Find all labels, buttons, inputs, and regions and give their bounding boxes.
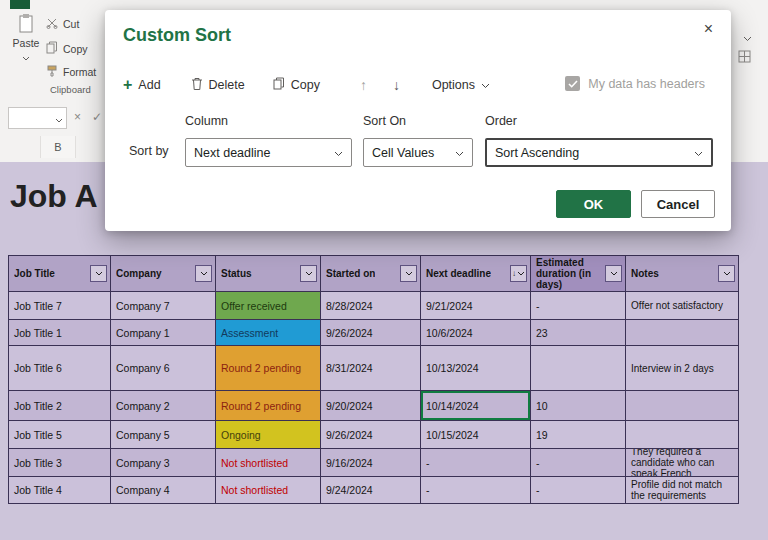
table-row: Job Title 1Company 1Assessment9/26/20241… [9, 320, 739, 346]
move-down-button[interactable]: ↓ [393, 77, 400, 93]
filter-dropdown-icon[interactable] [90, 265, 107, 282]
table-cell[interactable]: Job Title 3 [9, 449, 111, 477]
copy-ribbon-button[interactable]: Copy [46, 41, 88, 56]
table-cell[interactable]: 9/16/2024 [321, 449, 421, 477]
table-cell[interactable]: Round 2 pending [216, 346, 321, 391]
filter-sorted-icon[interactable]: ↓ [510, 265, 527, 282]
chevron-down-icon [481, 78, 490, 92]
cancel-formula-icon[interactable]: × [74, 108, 81, 126]
table-cell[interactable]: Company 2 [111, 391, 216, 421]
table-cell[interactable]: Profile did not match the requirements [626, 477, 739, 504]
format-painter-button[interactable]: Format [46, 65, 96, 79]
sheet-title: Job A [10, 178, 98, 215]
table-cell[interactable]: 19 [531, 421, 626, 449]
move-up-button[interactable]: ↑ [360, 77, 367, 93]
table-cell[interactable]: 8/31/2024 [321, 346, 421, 391]
column-dropdown[interactable]: Next deadline [185, 138, 352, 167]
table-cell[interactable]: Job Title 6 [9, 346, 111, 391]
table-cell[interactable]: Company 6 [111, 346, 216, 391]
table-cell[interactable] [626, 421, 739, 449]
table-cell[interactable]: Job Title 1 [9, 320, 111, 346]
copy-icon [273, 77, 285, 93]
sort-on-dropdown-value: Cell Values [372, 146, 434, 160]
cancel-button[interactable]: Cancel [641, 190, 715, 218]
column-header: Started on [321, 256, 421, 292]
borders-icon[interactable] [734, 46, 754, 66]
delete-level-button[interactable]: Delete [191, 77, 245, 93]
table-cell[interactable]: Offer received [216, 292, 321, 320]
table-cell[interactable]: 9/21/2024 [421, 292, 531, 320]
order-dropdown[interactable]: Sort Ascending [485, 138, 713, 167]
column-header-label: Status [221, 268, 252, 279]
add-level-button[interactable]: + Add [123, 78, 161, 92]
table-cell[interactable]: Job Title 4 [9, 477, 111, 504]
cut-button[interactable]: Cut [46, 17, 79, 31]
table-cell[interactable]: 10/14/2024 [421, 391, 531, 421]
table-cell[interactable]: Ongoing [216, 421, 321, 449]
format-painter-icon [46, 65, 58, 79]
filter-dropdown-icon[interactable] [605, 265, 622, 282]
table-row: Job Title 3Company 3Not shortlisted9/16/… [9, 449, 739, 477]
table-cell[interactable]: - [531, 449, 626, 477]
close-icon[interactable]: × [698, 18, 719, 40]
table-cell[interactable]: Job Title 7 [9, 292, 111, 320]
table-cell[interactable]: - [421, 477, 531, 504]
table-cell[interactable] [531, 346, 626, 391]
checkbox-checked-icon [565, 76, 580, 91]
table-cell[interactable]: - [531, 292, 626, 320]
table-cell[interactable]: Not shortlisted [216, 449, 321, 477]
table-cell[interactable] [626, 320, 739, 346]
column-label: Column [185, 114, 228, 128]
table-cell[interactable]: - [421, 449, 531, 477]
copy-level-button[interactable]: Copy [273, 77, 320, 93]
column-b-header[interactable]: B [40, 136, 76, 158]
sort-on-dropdown[interactable]: Cell Values [363, 138, 473, 167]
table-cell[interactable]: 9/26/2024 [321, 421, 421, 449]
table-cell[interactable]: 10 [531, 391, 626, 421]
table-cell[interactable]: Company 5 [111, 421, 216, 449]
table-cell[interactable]: Interview in 2 days [626, 346, 739, 391]
table-cell[interactable]: 10/15/2024 [421, 421, 531, 449]
my-data-has-headers-checkbox[interactable]: My data has headers [565, 76, 705, 91]
table-cell[interactable]: 8/28/2024 [321, 292, 421, 320]
options-menu-button[interactable]: Options [432, 78, 490, 92]
enter-formula-icon[interactable]: ✓ [92, 108, 102, 126]
table-cell[interactable]: Company 7 [111, 292, 216, 320]
name-box[interactable] [8, 107, 67, 129]
filter-dropdown-icon[interactable] [300, 265, 317, 282]
table-cell[interactable]: Job Title 2 [9, 391, 111, 421]
table-cell[interactable]: 9/20/2024 [321, 391, 421, 421]
clipboard-section-label: Clipboard [50, 84, 91, 95]
filter-dropdown-icon[interactable] [195, 265, 212, 282]
table-cell[interactable]: Job Title 5 [9, 421, 111, 449]
table-cell[interactable]: 10/13/2024 [421, 346, 531, 391]
table-cell[interactable]: Company 1 [111, 320, 216, 346]
table-cell[interactable]: - [531, 477, 626, 504]
table-cell[interactable]: Assessment [216, 320, 321, 346]
column-header: Next deadline↓ [421, 256, 531, 292]
copy-label: Copy [291, 78, 320, 92]
sort-by-label: Sort by [129, 144, 169, 158]
table-cell[interactable]: Not shortlisted [216, 477, 321, 504]
chevron-down-icon[interactable] [743, 28, 752, 46]
table-cell[interactable]: Company 4 [111, 477, 216, 504]
table-cell[interactable]: 10/6/2024 [421, 320, 531, 346]
table-cell[interactable]: Round 2 pending [216, 391, 321, 421]
filter-dropdown-icon[interactable] [400, 265, 417, 282]
table-row: Job Title 6Company 6Round 2 pending8/31/… [9, 346, 739, 391]
column-header: Status [216, 256, 321, 292]
table-cell[interactable]: 23 [531, 320, 626, 346]
table-cell[interactable]: 9/26/2024 [321, 320, 421, 346]
table-header-row: Job TitleCompanyStatusStarted onNext dea… [9, 256, 739, 292]
table-cell[interactable]: Company 3 [111, 449, 216, 477]
dialog-toolbar: + Add Delete Copy ↑ ↓ Options [123, 72, 490, 98]
table-cell[interactable]: They required a candidate who can speak … [626, 449, 739, 477]
paste-button[interactable]: Paste [8, 13, 44, 77]
filter-dropdown-icon[interactable] [718, 265, 735, 282]
ok-button[interactable]: OK [556, 190, 631, 218]
table-row: Job Title 7Company 7Offer received8/28/2… [9, 292, 739, 320]
table-cell[interactable]: Offer not satisfactory [626, 292, 739, 320]
column-header-label: Company [116, 268, 162, 279]
table-cell[interactable] [626, 391, 739, 421]
table-cell[interactable]: 9/24/2024 [321, 477, 421, 504]
